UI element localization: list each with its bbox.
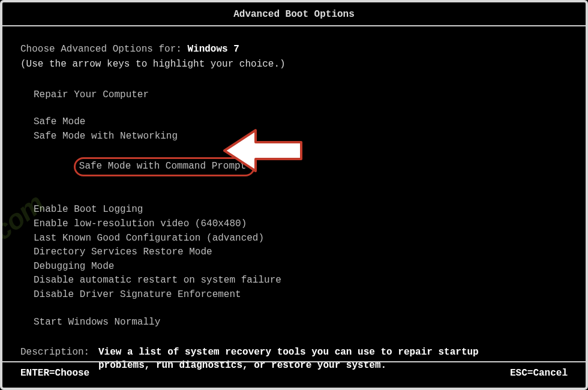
menu-item-low-res[interactable]: Enable low-resolution video (640x480) [34, 217, 568, 232]
menu-item-safe-mode[interactable]: Safe Mode [34, 115, 568, 130]
menu-group-normal: Start Windows Normally [34, 316, 568, 330]
menu-item-no-auto-restart[interactable]: Disable automatic restart on system fail… [34, 274, 568, 288]
menu-item-repair[interactable]: Repair Your Computer [34, 88, 568, 103]
hotkey-esc: ESC=Cancel [510, 367, 568, 380]
hotkey-enter: ENTER=Choose [20, 367, 89, 380]
menu-item-boot-logging[interactable]: Enable Boot Logging [34, 203, 568, 217]
menu-item-debug[interactable]: Debugging Mode [34, 260, 568, 274]
menu-item-no-driver-sig[interactable]: Disable Driver Signature Enforcement [34, 288, 568, 302]
boot-menu[interactable]: Repair Your Computer Safe Mode Safe Mode… [20, 88, 568, 329]
os-name: Windows 7 [187, 44, 239, 55]
page-title: Advanced Boot Options [2, 2, 586, 26]
menu-group-repair: Repair Your Computer [34, 88, 568, 103]
menu-group-safemode: Safe Mode Safe Mode with Networking Safe… [34, 115, 568, 190]
choose-for-prefix: Choose Advanced Options for: [20, 44, 187, 55]
choose-for-line: Choose Advanced Options for: Windows 7 [20, 43, 568, 56]
menu-group-advanced: Enable Boot Logging Enable low-resolutio… [34, 203, 568, 302]
menu-item-lkg[interactable]: Last Known Good Configuration (advanced) [34, 232, 568, 246]
arrow-keys-hint: (Use the arrow keys to highlight your ch… [20, 58, 568, 71]
menu-item-safe-mode-net[interactable]: Safe Mode with Networking [34, 130, 568, 144]
menu-item-safe-mode-cmd-wrapper: Safe Mode with Command Prompt [34, 144, 568, 190]
menu-item-safe-mode-cmd[interactable]: Safe Mode with Command Prompt [74, 157, 255, 176]
boot-content: Choose Advanced Options for: Windows 7 (… [2, 26, 586, 373]
menu-item-ds-restore[interactable]: Directory Services Restore Mode [34, 245, 568, 260]
footer-hotkeys: ENTER=Choose ESC=Cancel [2, 361, 586, 388]
menu-item-start-normal[interactable]: Start Windows Normally [34, 316, 568, 330]
